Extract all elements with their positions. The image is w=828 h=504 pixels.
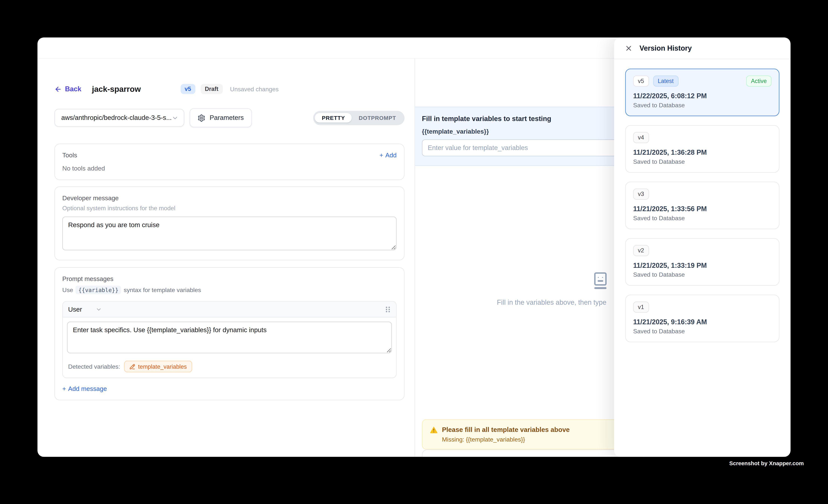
tools-empty-text: No tools added bbox=[62, 165, 397, 172]
version-number-badge: v3 bbox=[633, 188, 649, 200]
back-label: Back bbox=[65, 85, 81, 93]
syntax-suffix: syntax for template variables bbox=[124, 287, 201, 293]
version-timestamp: 11/21/2025, 1:33:56 PM bbox=[633, 205, 772, 213]
view-mode-toggle: PRETTY DOTPROMPT bbox=[313, 111, 404, 125]
template-variable-chip-label: template_variables bbox=[138, 364, 187, 370]
watermark-text: Screenshot by Xnapper.com bbox=[729, 460, 804, 466]
role-select[interactable]: User bbox=[68, 305, 102, 313]
arrow-left-icon bbox=[54, 85, 62, 93]
template-variable-chip[interactable]: template_variables bbox=[124, 361, 192, 372]
user-message-input[interactable]: Enter task specifics. Use {{template_var… bbox=[67, 322, 392, 353]
version-number-badge: v1 bbox=[633, 301, 649, 312]
version-saved-status: Saved to Database bbox=[633, 328, 772, 334]
developer-message-card: Developer message Optional system instru… bbox=[54, 186, 404, 260]
empty-state-text: Fill in the variables above, then type bbox=[497, 298, 607, 306]
version-timestamp: 11/21/2025, 9:16:39 AM bbox=[633, 318, 772, 326]
version-card-v3[interactable]: v3 11/21/2025, 1:33:56 PM Saved to Datab… bbox=[625, 182, 779, 229]
syntax-hint: Use {{variable}} syntax for template var… bbox=[62, 286, 397, 294]
developer-message-subtitle: Optional system instructions for the mod… bbox=[62, 205, 397, 211]
developer-message-title: Developer message bbox=[62, 195, 397, 202]
tools-title: Tools bbox=[62, 152, 77, 159]
chat-input-sliver[interactable] bbox=[422, 450, 644, 457]
stage: Back jack-sparrow v5 Draft Unsaved chang… bbox=[0, 0, 828, 504]
plus-icon: + bbox=[380, 152, 383, 159]
draft-badge: Draft bbox=[201, 84, 222, 94]
warning-title: Please fill in all template variables ab… bbox=[442, 426, 570, 433]
message-block: User Enter task specifics. Use {{templat… bbox=[62, 301, 397, 378]
version-card-v2[interactable]: v2 11/21/2025, 1:33:19 PM Saved to Datab… bbox=[625, 238, 779, 286]
version-card-v1[interactable]: v1 11/21/2025, 9:16:39 AM Saved to Datab… bbox=[625, 295, 779, 342]
toggle-pretty[interactable]: PRETTY bbox=[315, 113, 352, 123]
template-warning: Please fill in all template variables ab… bbox=[422, 419, 644, 450]
robot-icon bbox=[591, 271, 610, 290]
version-card-v4[interactable]: v4 11/21/2025, 1:36:28 PM Saved to Datab… bbox=[625, 125, 779, 173]
prompt-messages-card: Prompt messages Use {{variable}} syntax … bbox=[54, 267, 404, 400]
toggle-dotprompt[interactable]: DOTPROMPT bbox=[352, 113, 403, 123]
plus-icon: + bbox=[62, 385, 66, 392]
version-timestamp: 11/21/2025, 1:36:28 PM bbox=[633, 149, 772, 156]
version-history-title: Version History bbox=[639, 44, 692, 52]
message-body: Enter task specifics. Use {{template_var… bbox=[63, 317, 396, 378]
add-tool-button[interactable]: + Add bbox=[380, 152, 397, 159]
version-badge: v5 bbox=[180, 84, 195, 94]
detected-variables-row: Detected variables: template_variables bbox=[68, 361, 391, 372]
version-number-badge: v2 bbox=[633, 245, 649, 256]
parameters-button[interactable]: Parameters bbox=[190, 108, 252, 127]
add-message-label: Add message bbox=[68, 385, 107, 392]
active-badge: Active bbox=[746, 76, 772, 87]
chevron-down-icon bbox=[96, 306, 102, 312]
version-timestamp: 11/22/2025, 6:08:12 PM bbox=[633, 92, 772, 100]
developer-message-input[interactable]: Respond as you are tom cruise bbox=[62, 217, 397, 251]
model-select[interactable]: aws/anthropic/bedrock-claude-3-5-s... bbox=[54, 109, 184, 127]
chevron-down-icon bbox=[172, 115, 178, 121]
variable-syntax-chip: {{variable}} bbox=[76, 286, 121, 294]
warning-triangle-icon bbox=[430, 426, 438, 434]
tools-card: Tools + Add No tools added bbox=[54, 143, 404, 180]
version-number-badge: v5 bbox=[633, 76, 649, 87]
syntax-prefix: Use bbox=[62, 287, 73, 293]
page-title: jack-sparrow bbox=[92, 84, 141, 93]
parameters-label: Parameters bbox=[210, 114, 244, 121]
version-history-header: Version History bbox=[614, 37, 791, 59]
version-number-badge: v4 bbox=[633, 132, 649, 143]
latest-badge: Latest bbox=[653, 76, 678, 87]
version-saved-status: Saved to Database bbox=[633, 215, 772, 221]
add-tool-label: Add bbox=[385, 152, 397, 159]
pencil-icon bbox=[130, 364, 135, 370]
model-select-value: aws/anthropic/bedrock-claude-3-5-s... bbox=[61, 114, 172, 121]
gear-icon bbox=[197, 114, 205, 122]
header-badges: v5 Draft Unsaved changes bbox=[180, 84, 279, 94]
version-timestamp: 11/21/2025, 1:33:19 PM bbox=[633, 261, 772, 269]
version-saved-status: Saved to Database bbox=[633, 159, 772, 165]
version-saved-status: Saved to Database bbox=[633, 102, 772, 109]
back-button[interactable]: Back bbox=[54, 85, 81, 93]
detected-variables-label: Detected variables: bbox=[68, 364, 120, 370]
message-header: User bbox=[63, 301, 396, 317]
version-card-v5[interactable]: v5 Latest Active 11/22/2025, 6:08:12 PM … bbox=[625, 69, 779, 116]
unsaved-changes-text: Unsaved changes bbox=[230, 86, 279, 92]
model-toolbar: aws/anthropic/bedrock-claude-3-5-s... Pa… bbox=[54, 108, 404, 127]
role-select-value: User bbox=[68, 305, 82, 313]
version-history-panel: Version History v5 Latest Active 11/22/2… bbox=[614, 37, 791, 457]
prompt-editor-pane: Back jack-sparrow v5 Draft Unsaved chang… bbox=[37, 58, 415, 457]
drag-handle-icon[interactable] bbox=[385, 305, 391, 313]
version-history-list: v5 Latest Active 11/22/2025, 6:08:12 PM … bbox=[614, 59, 791, 352]
prompt-messages-title: Prompt messages bbox=[62, 275, 397, 283]
app-window: Back jack-sparrow v5 Draft Unsaved chang… bbox=[37, 37, 791, 457]
warning-detail: Missing: {{template_variables}} bbox=[442, 436, 636, 443]
close-icon[interactable] bbox=[625, 44, 633, 52]
page-header-row: Back jack-sparrow v5 Draft Unsaved chang… bbox=[54, 84, 404, 94]
add-message-button[interactable]: + Add message bbox=[62, 385, 397, 392]
version-saved-status: Saved to Database bbox=[633, 271, 772, 278]
